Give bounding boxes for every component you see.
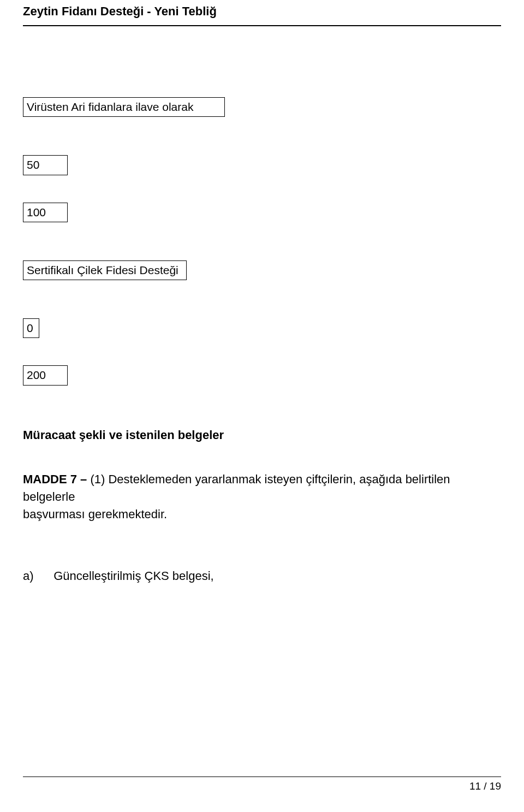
- page-footer: 11 / 19: [23, 777, 501, 792]
- madde7-body-3: başvurması gerekmektedir.: [23, 507, 167, 521]
- box-0: 0: [23, 318, 39, 338]
- box-100: 100: [23, 203, 68, 222]
- box-200: 200: [23, 365, 68, 385]
- item-a-text: Güncelleştirilmiş ÇKS belgesi,: [53, 569, 213, 583]
- box-sertifikali: Sertifikalı Çilek Fidesi Desteği: [23, 260, 187, 280]
- madde7-body-1: (1) Desteklemeden yararlanmak isteyen çi…: [90, 472, 356, 486]
- footer-divider: [23, 777, 501, 777]
- page-title: Zeytin Fidanı Desteği - Yeni Tebliğ: [23, 0, 501, 19]
- item-a: a) Güncelleştirilmiş ÇKS belgesi,: [23, 569, 501, 583]
- box-virusten: Virüsten Ari fidanlara ilave olarak: [23, 97, 225, 117]
- box-50: 50: [23, 155, 68, 175]
- item-a-label: a): [23, 569, 34, 583]
- document-page: Zeytin Fidanı Desteği - Yeni Tebliğ Virü…: [0, 0, 524, 812]
- section-heading: Müracaat şekli ve istenilen belgeler: [23, 428, 501, 442]
- madde7-paragraph: MADDE 7 – (1) Desteklemeden yararlanmak …: [23, 471, 501, 523]
- document-body: Virüsten Ari fidanlara ilave olarak 50 1…: [23, 26, 501, 583]
- page-number: 11 / 19: [23, 780, 501, 792]
- madde7-lead: MADDE 7 –: [23, 472, 90, 486]
